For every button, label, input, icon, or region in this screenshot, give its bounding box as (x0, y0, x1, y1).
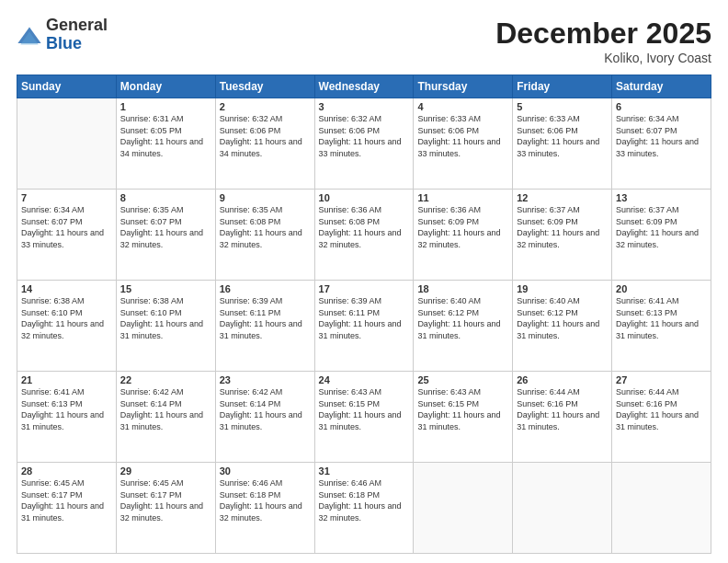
calendar-cell: 15Sunrise: 6:38 AMSunset: 6:10 PMDayligh… (116, 281, 215, 372)
day-number: 31 (319, 465, 410, 477)
logo-icon (17, 24, 42, 50)
day-info: Sunrise: 6:34 AMSunset: 6:07 PMDaylight:… (616, 113, 707, 159)
calendar-cell: 19Sunrise: 6:40 AMSunset: 6:12 PMDayligh… (513, 281, 612, 372)
location: Koliko, Ivory Coast (495, 51, 711, 65)
calendar-cell: 22Sunrise: 6:42 AMSunset: 6:14 PMDayligh… (116, 372, 215, 463)
day-info: Sunrise: 6:42 AMSunset: 6:14 PMDaylight:… (220, 386, 311, 432)
calendar-cell: 6Sunrise: 6:34 AMSunset: 6:07 PMDaylight… (612, 98, 711, 190)
calendar-cell: 2Sunrise: 6:32 AMSunset: 6:06 PMDaylight… (215, 98, 314, 190)
day-number: 17 (319, 283, 410, 294)
day-info: Sunrise: 6:44 AMSunset: 6:16 PMDaylight:… (616, 386, 707, 432)
day-number: 3 (319, 101, 410, 112)
day-info: Sunrise: 6:35 AMSunset: 6:07 PMDaylight:… (120, 204, 211, 250)
logo: General Blue (17, 17, 108, 53)
day-info: Sunrise: 6:35 AMSunset: 6:08 PMDaylight:… (220, 204, 311, 250)
calendar-week-2: 7Sunrise: 6:34 AMSunset: 6:07 PMDaylight… (17, 190, 711, 281)
calendar-cell: 10Sunrise: 6:36 AMSunset: 6:08 PMDayligh… (314, 190, 414, 281)
title-block: December 2025 Koliko, Ivory Coast (495, 17, 711, 65)
day-info: Sunrise: 6:38 AMSunset: 6:10 PMDaylight:… (21, 295, 112, 341)
day-number: 27 (616, 374, 707, 385)
day-info: Sunrise: 6:32 AMSunset: 6:06 PMDaylight:… (319, 113, 410, 159)
day-number: 10 (319, 192, 410, 203)
day-number: 12 (517, 192, 608, 203)
day-number: 16 (220, 283, 311, 294)
day-number: 23 (220, 374, 311, 385)
calendar-table: SundayMondayTuesdayWednesdayThursdayFrid… (17, 75, 711, 554)
calendar-cell: 11Sunrise: 6:36 AMSunset: 6:09 PMDayligh… (414, 190, 513, 281)
calendar-cell (17, 98, 117, 190)
page: General Blue December 2025 Koliko, Ivory… (0, 0, 728, 563)
calendar-cell: 5Sunrise: 6:33 AMSunset: 6:06 PMDaylight… (513, 98, 612, 190)
calendar-cell: 9Sunrise: 6:35 AMSunset: 6:08 PMDaylight… (215, 190, 314, 281)
weekday-header-tuesday: Tuesday (215, 75, 314, 98)
calendar-header: SundayMondayTuesdayWednesdayThursdayFrid… (17, 75, 711, 98)
calendar-cell: 28Sunrise: 6:45 AMSunset: 6:17 PMDayligh… (17, 463, 117, 554)
calendar-cell: 1Sunrise: 6:31 AMSunset: 6:05 PMDaylight… (116, 98, 215, 190)
day-number: 15 (120, 283, 211, 294)
day-info: Sunrise: 6:36 AMSunset: 6:09 PMDaylight:… (417, 204, 508, 250)
calendar-body: 1Sunrise: 6:31 AMSunset: 6:05 PMDaylight… (17, 98, 711, 554)
logo-general-label: General (46, 17, 108, 35)
calendar-week-3: 14Sunrise: 6:38 AMSunset: 6:10 PMDayligh… (17, 281, 711, 372)
day-number: 8 (120, 192, 211, 203)
day-info: Sunrise: 6:33 AMSunset: 6:06 PMDaylight:… (417, 113, 508, 159)
logo-text: General Blue (46, 17, 108, 53)
day-number: 24 (319, 374, 410, 385)
calendar-cell: 31Sunrise: 6:46 AMSunset: 6:18 PMDayligh… (314, 463, 414, 554)
calendar-cell: 3Sunrise: 6:32 AMSunset: 6:06 PMDaylight… (314, 98, 414, 190)
calendar-cell (513, 463, 612, 554)
day-info: Sunrise: 6:39 AMSunset: 6:11 PMDaylight:… (220, 295, 311, 341)
day-info: Sunrise: 6:37 AMSunset: 6:09 PMDaylight:… (616, 204, 707, 250)
calendar-cell: 25Sunrise: 6:43 AMSunset: 6:15 PMDayligh… (414, 372, 513, 463)
day-number: 19 (517, 283, 608, 294)
month-year: December 2025 (495, 17, 711, 51)
calendar-cell: 23Sunrise: 6:42 AMSunset: 6:14 PMDayligh… (215, 372, 314, 463)
day-info: Sunrise: 6:44 AMSunset: 6:16 PMDaylight:… (517, 386, 608, 432)
day-number: 5 (517, 101, 608, 112)
day-info: Sunrise: 6:45 AMSunset: 6:17 PMDaylight:… (21, 477, 112, 523)
header: General Blue December 2025 Koliko, Ivory… (17, 17, 711, 65)
day-number: 20 (616, 283, 707, 294)
calendar-cell: 12Sunrise: 6:37 AMSunset: 6:09 PMDayligh… (513, 190, 612, 281)
calendar-cell: 17Sunrise: 6:39 AMSunset: 6:11 PMDayligh… (314, 281, 414, 372)
day-number: 9 (220, 192, 311, 203)
calendar-cell: 14Sunrise: 6:38 AMSunset: 6:10 PMDayligh… (17, 281, 117, 372)
day-number: 6 (616, 101, 707, 112)
day-number: 28 (21, 465, 112, 477)
day-number: 22 (120, 374, 211, 385)
day-info: Sunrise: 6:40 AMSunset: 6:12 PMDaylight:… (517, 295, 608, 341)
calendar-cell (414, 463, 513, 554)
calendar-cell: 29Sunrise: 6:45 AMSunset: 6:17 PMDayligh… (116, 463, 215, 554)
day-number: 7 (21, 192, 112, 203)
day-number: 4 (417, 101, 508, 112)
calendar-week-1: 1Sunrise: 6:31 AMSunset: 6:05 PMDaylight… (17, 98, 711, 190)
weekday-header-friday: Friday (513, 75, 612, 98)
day-number: 26 (517, 374, 608, 385)
day-info: Sunrise: 6:34 AMSunset: 6:07 PMDaylight:… (21, 204, 112, 250)
day-number: 11 (417, 192, 508, 203)
weekday-header-saturday: Saturday (612, 75, 711, 98)
calendar-cell: 20Sunrise: 6:41 AMSunset: 6:13 PMDayligh… (612, 281, 711, 372)
day-info: Sunrise: 6:33 AMSunset: 6:06 PMDaylight:… (517, 113, 608, 159)
day-number: 14 (21, 283, 112, 294)
logo-blue-label: Blue (46, 35, 108, 53)
calendar-cell: 7Sunrise: 6:34 AMSunset: 6:07 PMDaylight… (17, 190, 117, 281)
day-number: 18 (417, 283, 508, 294)
day-number: 25 (417, 374, 508, 385)
day-number: 29 (120, 465, 211, 477)
day-info: Sunrise: 6:39 AMSunset: 6:11 PMDaylight:… (319, 295, 410, 341)
calendar-cell: 8Sunrise: 6:35 AMSunset: 6:07 PMDaylight… (116, 190, 215, 281)
calendar-cell (612, 463, 711, 554)
day-number: 13 (616, 192, 707, 203)
calendar-week-5: 28Sunrise: 6:45 AMSunset: 6:17 PMDayligh… (17, 463, 711, 554)
day-info: Sunrise: 6:43 AMSunset: 6:15 PMDaylight:… (417, 386, 508, 432)
day-info: Sunrise: 6:37 AMSunset: 6:09 PMDaylight:… (517, 204, 608, 250)
day-info: Sunrise: 6:42 AMSunset: 6:14 PMDaylight:… (120, 386, 211, 432)
weekday-header-thursday: Thursday (414, 75, 513, 98)
weekday-header-wednesday: Wednesday (314, 75, 414, 98)
calendar-cell: 27Sunrise: 6:44 AMSunset: 6:16 PMDayligh… (612, 372, 711, 463)
weekday-header-sunday: Sunday (17, 75, 117, 98)
weekday-header-monday: Monday (116, 75, 215, 98)
day-info: Sunrise: 6:40 AMSunset: 6:12 PMDaylight:… (417, 295, 508, 341)
day-number: 1 (120, 101, 211, 112)
